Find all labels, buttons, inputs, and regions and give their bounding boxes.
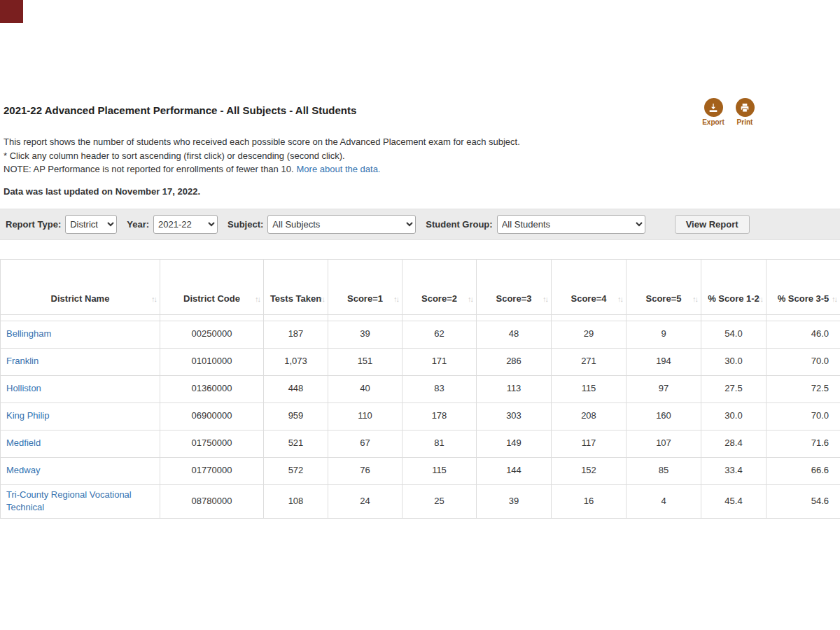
column-header-score2[interactable]: Score=2↑↓: [402, 259, 477, 314]
cell-score5: 4: [626, 484, 701, 519]
cell-score2: 62: [402, 321, 477, 348]
column-label: District Name: [51, 293, 110, 304]
column-header-score4[interactable]: Score=4↑↓: [552, 259, 626, 314]
column-label: % Score 1-2: [708, 293, 760, 304]
cell-score3: 149: [477, 430, 552, 457]
column-header-score5[interactable]: Score=5↑↓: [626, 259, 701, 314]
table-row: Holliston 01360000 448 40 83 113 115 97 …: [1, 375, 840, 402]
cell-score2: 83: [402, 375, 477, 402]
filter-bar: Report Type: District Year: 2021-22 Subj…: [0, 209, 840, 240]
district-link[interactable]: Medfield: [6, 438, 41, 448]
district-link[interactable]: Bellingham: [6, 328, 51, 339]
cell-pct-score-1-2: 54.0: [701, 321, 766, 348]
table-row: Bellingham 00250000 187 39 62 48 29 9 54…: [1, 321, 840, 348]
cell-score2: 115: [402, 457, 477, 484]
column-header-score3[interactable]: Score=3↑↓: [477, 259, 552, 314]
cell-score3: 113: [477, 375, 552, 402]
cell-district-name: Medway: [1, 457, 160, 484]
sort-icon: ↑↓: [255, 293, 260, 305]
cell-district-code: 06900000: [160, 402, 264, 430]
cell-score3: 303: [477, 402, 552, 430]
district-link[interactable]: Medway: [6, 465, 40, 475]
cell-score1: 40: [328, 375, 402, 402]
cell-score4: 208: [552, 402, 626, 430]
cell-score5: 9: [626, 321, 701, 348]
report-type-label: Report Type:: [6, 219, 61, 230]
column-label: Score=1: [347, 293, 383, 304]
cell-pct-score-3-5: 70.0: [766, 402, 840, 430]
cell-district-name: Medfield: [1, 430, 160, 457]
cell-pct-score-3-5: 71.6: [766, 430, 840, 457]
report-note: NOTE: AP Performance is not reported for…: [4, 162, 840, 176]
export-button[interactable]: [704, 98, 723, 117]
cell-pct-score-1-2: 27.5: [701, 375, 766, 402]
cell-score4: 271: [552, 348, 626, 375]
sort-icon: ↑↓: [832, 293, 836, 305]
view-report-button[interactable]: View Report: [675, 215, 750, 234]
column-header-pct-score-1-2[interactable]: % Score 1-2↑↓: [701, 259, 766, 314]
district-link[interactable]: Franklin: [6, 356, 38, 366]
report-table: District Name↑↓ District Code↑↓ Tests Ta…: [0, 259, 840, 519]
cell-score5: 85: [626, 457, 701, 484]
cell-tests-taken: 187: [264, 321, 328, 348]
cell-pct-score-3-5: 70.0: [766, 348, 840, 375]
cell-district-code: 01360000: [160, 375, 264, 402]
cell-score1: 110: [328, 402, 402, 430]
year-label: Year:: [127, 219, 149, 230]
cell-pct-score-3-5: 72.5: [766, 375, 840, 402]
cell-score1: 24: [328, 484, 402, 519]
column-header-tests-taken[interactable]: Tests Taken↑↓: [264, 259, 328, 314]
corner-decoration: [0, 0, 23, 23]
cell-tests-taken: 959: [264, 402, 328, 430]
cell-pct-score-1-2: 30.0: [701, 348, 766, 375]
cell-district-code: 01750000: [160, 430, 264, 457]
column-header-score1[interactable]: Score=1↑↓: [328, 259, 402, 314]
print-label: Print: [737, 118, 753, 126]
table-body: Bellingham 00250000 187 39 62 48 29 9 54…: [1, 314, 840, 519]
table-row: Tri-County Regional Vocational Technical…: [1, 484, 840, 519]
report-table-container: District Name↑↓ District Code↑↓ Tests Ta…: [0, 259, 840, 519]
column-header-district-code[interactable]: District Code↑↓: [160, 259, 264, 314]
cell-score4: 115: [552, 375, 626, 402]
more-about-data-link[interactable]: More about the data.: [297, 164, 381, 174]
cell-district-code: 08780000: [160, 484, 264, 519]
sort-icon: ↑↓: [468, 293, 472, 305]
sort-icon: ↑↓: [692, 293, 697, 305]
sort-icon: ↑↓: [151, 293, 156, 305]
column-label: Tests Taken: [270, 293, 321, 304]
cell-score3: 39: [477, 484, 552, 519]
report-description: This report shows the number of students…: [4, 135, 840, 149]
student-group-select[interactable]: All Students: [497, 215, 645, 234]
cell-pct-score-1-2: 28.4: [701, 430, 766, 457]
year-select[interactable]: 2021-22: [153, 215, 218, 234]
cell-score4: 29: [552, 321, 626, 348]
cell-score2: 178: [402, 402, 477, 430]
table-row: King Philip 06900000 959 110 178 303 208…: [1, 402, 840, 430]
cell-score4: 152: [552, 457, 626, 484]
cell-district-code: 00250000: [160, 321, 264, 348]
export-action: Export: [701, 98, 726, 126]
subject-label: Subject:: [227, 219, 263, 230]
subject-select[interactable]: All Subjects: [267, 215, 416, 234]
column-header-district-name[interactable]: District Name↑↓: [1, 259, 160, 314]
cell-score1: 151: [328, 348, 402, 375]
table-row: Franklin 01010000 1,073 151 171 286 271 …: [1, 348, 840, 375]
column-header-pct-score-3-5[interactable]: % Score 3-5↑↓: [766, 259, 840, 314]
district-link[interactable]: King Philip: [6, 410, 49, 421]
cell-score5: 160: [626, 402, 701, 430]
district-link[interactable]: Tri-County Regional Vocational Technical: [6, 489, 132, 513]
report-header: 2021-22 Advanced Placement Performance -…: [0, 98, 840, 126]
sort-icon: ↑↓: [319, 293, 324, 305]
report-type-select[interactable]: District: [65, 215, 117, 234]
report-actions: Export Print: [701, 98, 757, 126]
export-label: Export: [702, 118, 724, 126]
cell-score5: 194: [626, 348, 701, 375]
sort-icon: ↑↓: [542, 293, 547, 305]
column-label: Score=2: [421, 293, 457, 304]
cell-score4: 117: [552, 430, 626, 457]
cell-score1: 76: [328, 457, 402, 484]
cell-score3: 286: [477, 348, 552, 375]
district-link[interactable]: Holliston: [6, 383, 41, 393]
table-row: Medfield 01750000 521 67 81 149 117 107 …: [1, 430, 840, 457]
print-button[interactable]: [736, 98, 755, 117]
